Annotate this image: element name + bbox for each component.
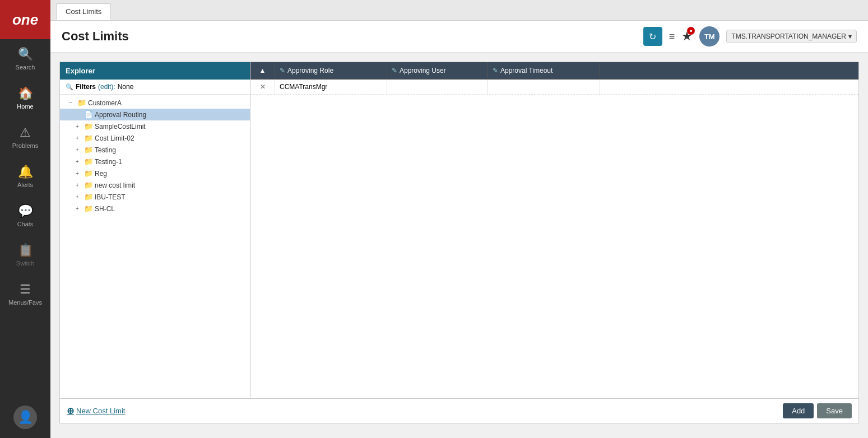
tree-item-customerA[interactable]: − 📁 CustomerA <box>60 97 250 109</box>
warning-icon: ⚠ <box>20 125 31 140</box>
header-actions: ↻ ≡ ★ ● TM TMS.TRANSPORTATION_MANAGER ▾ <box>643 26 857 46</box>
bell-icon: 🔔 <box>18 165 33 179</box>
filters-value: None <box>118 83 134 91</box>
tree-toggle-customerA[interactable]: − <box>69 100 76 106</box>
tree-item-testing1[interactable]: + 📁 Testing-1 <box>60 156 250 167</box>
folder-icon-3: 📁 <box>84 134 93 142</box>
tree-item-samplecostlimit[interactable]: + 📁 SampleCostLimit <box>60 120 250 132</box>
tree-toggle-reg[interactable]: + <box>76 170 82 176</box>
page-title: Cost Limits <box>62 29 129 44</box>
tree-label-ibutest: IBU-TEST <box>95 193 126 201</box>
explorer-header: Explorer <box>60 62 250 80</box>
menu-icon: ≡ <box>669 31 675 42</box>
add-button[interactable]: Add <box>783 403 814 418</box>
tab-cost-limits[interactable]: Cost Limits <box>56 3 111 20</box>
footer-actions: Add Save <box>783 403 852 418</box>
dropdown-arrow-icon: ▾ <box>848 32 852 40</box>
notification-wrap[interactable]: ★ ● <box>681 29 693 44</box>
edit-icon-approving-user: ✎ <box>392 67 397 74</box>
save-button[interactable]: Save <box>817 403 852 418</box>
sidebar-item-chats[interactable]: 💬 Chats <box>0 196 50 235</box>
folder-icon-7: 📁 <box>84 181 93 189</box>
data-panel: ▲ ✎ Approving Role ✎ Approving User ✎ <box>250 62 858 398</box>
folder-icon: 📁 <box>77 99 86 107</box>
footer-bar: ⊕ New Cost Limit Add Save <box>60 398 858 423</box>
cell-approving-user[interactable] <box>387 80 488 94</box>
cell-approval-timeout[interactable] <box>488 80 600 94</box>
tree-toggle-testing[interactable]: + <box>76 147 82 153</box>
user-avatar-sidebar[interactable]: 👤 <box>13 406 37 429</box>
cell-approving-role[interactable]: CCMATransMgr <box>275 80 387 94</box>
table-body: ✕ CCMATransMgr <box>250 80 858 398</box>
user-avatar: TM <box>699 26 720 46</box>
file-icon: 📄 <box>84 110 93 119</box>
tree-toggle-ibutest[interactable]: + <box>76 194 82 200</box>
folder-icon-9: 📁 <box>84 204 93 213</box>
notification-badge: ● <box>687 27 695 35</box>
folder-icon-4: 📁 <box>84 146 93 154</box>
new-cost-limit-button[interactable]: ⊕ New Cost Limit <box>67 406 125 416</box>
sidebar-item-home[interactable]: 🏠 Home <box>0 78 50 118</box>
tree-label-newcostlimit: new cost limit <box>95 181 135 189</box>
menus-icon: ☰ <box>20 282 31 297</box>
col-header-approving-role[interactable]: ✎ Approving Role <box>275 62 387 79</box>
tree-item-newcostlimit[interactable]: + 📁 new cost limit <box>60 179 250 191</box>
tree-toggle-newcostlimit[interactable]: + <box>76 182 82 188</box>
tree-toggle-shcl[interactable]: + <box>76 206 82 212</box>
tree-container: − 📁 CustomerA 📄 Approval Routing <box>60 95 250 398</box>
tree-toggle-testing1[interactable]: + <box>76 159 82 165</box>
col-header-approving-user[interactable]: ✎ Approving User <box>387 62 488 79</box>
sidebar-item-problems[interactable]: ⚠ Problems <box>0 118 50 157</box>
table-row: ✕ CCMATransMgr <box>250 80 858 95</box>
filters-edit[interactable]: (edit): <box>98 83 115 91</box>
tree-item-approval-routing[interactable]: 📄 Approval Routing <box>60 109 250 120</box>
tree-label-testing1: Testing-1 <box>95 158 122 166</box>
tree-label-approval-routing: Approval Routing <box>95 111 146 119</box>
edit-icon-approving-role: ✎ <box>280 67 285 74</box>
folder-icon-6: 📁 <box>84 169 93 178</box>
tree-item-costlimit02[interactable]: + 📁 Cost Limit-02 <box>60 132 250 144</box>
tree-item-shcl[interactable]: + 📁 SH-CL <box>60 203 250 215</box>
tree-label-customerA: CustomerA <box>88 99 122 107</box>
main-content: Cost Limits Cost Limits ↻ ≡ ★ ● TM TMS.T… <box>50 0 868 438</box>
filter-icon: 🔍 <box>66 83 73 91</box>
switch-icon: 📋 <box>18 243 33 258</box>
sidebar-item-search[interactable]: 🔍 Search <box>0 39 50 78</box>
sidebar-item-menus[interactable]: ☰ Menus/Favs <box>0 274 50 314</box>
col-header-approval-timeout[interactable]: ✎ Approval Timeout <box>488 62 600 79</box>
tree-panel: Explorer 🔍 Filters (edit): None − 📁 C <box>60 62 250 398</box>
sort-icon: ▲ <box>259 67 266 74</box>
tree-toggle-samplecostlimit[interactable]: + <box>76 123 82 129</box>
content-panel: Explorer 🔍 Filters (edit): None − 📁 C <box>59 62 859 423</box>
refresh-icon: ↻ <box>649 31 656 42</box>
sidebar-item-switch[interactable]: 📋 Switch <box>0 235 50 274</box>
app-logo[interactable]: one <box>0 0 50 39</box>
home-icon: 🏠 <box>18 86 33 101</box>
sidebar-item-alerts[interactable]: 🔔 Alerts <box>0 157 50 196</box>
delete-row-button[interactable]: ✕ <box>250 80 275 94</box>
filters-label: Filters <box>76 83 96 91</box>
chat-icon: 💬 <box>18 204 33 218</box>
col-sort-header[interactable]: ▲ <box>250 62 275 79</box>
folder-icon-5: 📁 <box>84 157 93 166</box>
edit-icon-approval-timeout: ✎ <box>493 67 498 74</box>
plus-icon: ⊕ <box>67 406 74 416</box>
tree-label-testing: Testing <box>95 146 116 154</box>
folder-icon-8: 📁 <box>84 193 93 201</box>
page-content: Explorer 🔍 Filters (edit): None − 📁 C <box>50 53 868 438</box>
tree-item-reg[interactable]: + 📁 Reg <box>60 167 250 179</box>
filters-bar: 🔍 Filters (edit): None <box>60 80 250 95</box>
folder-icon-2: 📁 <box>84 122 93 131</box>
tree-item-ibutest[interactable]: + 📁 IBU-TEST <box>60 191 250 203</box>
menu-button[interactable]: ≡ <box>669 31 675 43</box>
search-icon: 🔍 <box>18 47 33 62</box>
tab-bar: Cost Limits <box>50 0 868 21</box>
tree-label-reg: Reg <box>95 170 107 178</box>
user-dropdown[interactable]: TMS.TRANSPORTATION_MANAGER ▾ <box>726 30 857 43</box>
refresh-button[interactable]: ↻ <box>643 27 662 46</box>
tree-label-shcl: SH-CL <box>95 205 115 213</box>
tree-label-costlimit02: Cost Limit-02 <box>95 134 134 142</box>
tree-toggle-costlimit02[interactable]: + <box>76 135 82 141</box>
tree-item-testing[interactable]: + 📁 Testing <box>60 144 250 156</box>
header-bar: Cost Limits ↻ ≡ ★ ● TM TMS.TRANSPORTATIO… <box>50 21 868 53</box>
